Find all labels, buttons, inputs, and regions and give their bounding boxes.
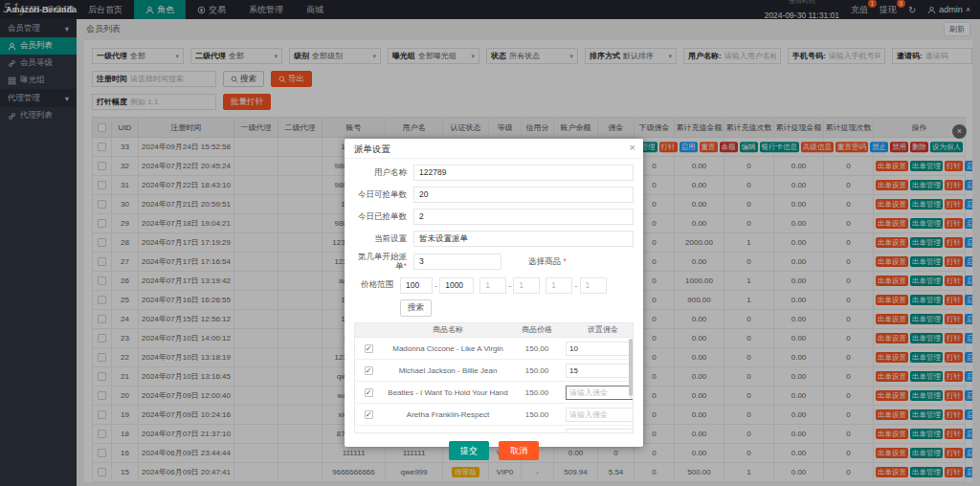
commission-value: 10 <box>569 344 578 353</box>
goods-row: ✓Michael Jackson - Billie Jean150.0015 <box>355 360 634 382</box>
today-done-input[interactable]: 2 <box>413 209 634 225</box>
goods-table-wrap: 商品名称 商品价格 设置佣金 ✓Madonna Ciccone - Like A… <box>354 322 634 433</box>
goods-name: Madonna Ciccone - Like A Virgin <box>382 338 514 360</box>
price-max3-input[interactable]: 1 <box>580 277 607 294</box>
goods-select-cell: ✓ <box>355 382 382 404</box>
goods-commission-cell: 请输入佣金▲▼ <box>560 382 634 404</box>
username-input[interactable]: 122789 <box>413 165 634 181</box>
goods-checkbox[interactable]: ✓ <box>365 410 373 419</box>
goods-price <box>514 426 560 433</box>
goods-name: Beatles - I Want To Hold Your Hand <box>382 382 514 404</box>
price-min-input[interactable]: 100 <box>400 277 433 294</box>
goods-checkbox[interactable]: ✓ <box>365 388 373 397</box>
goods-price: 150.00 <box>514 338 560 360</box>
goods-col-commission: 设置佣金 <box>560 323 634 338</box>
goods-commission-cell: 请输入佣金 <box>560 404 634 426</box>
commission-input[interactable]: 请输入佣金▲▼ <box>566 386 634 400</box>
commission-input[interactable] <box>566 429 634 433</box>
cancel-button[interactable]: 取消 <box>499 441 539 460</box>
goods-checkbox[interactable]: ✓ <box>365 366 373 375</box>
price-min3-input[interactable]: 1 <box>546 277 572 294</box>
goods-commission-cell <box>560 426 634 433</box>
price-max2-input[interactable]: 1 <box>513 277 540 294</box>
goods-select-cell: ✓ <box>355 338 382 360</box>
today-total-input[interactable]: 20 <box>413 187 634 203</box>
commission-input[interactable]: 15 <box>566 364 634 378</box>
goods-row: ✓ <box>355 426 634 433</box>
commission-input[interactable]: 10 <box>566 342 634 356</box>
goods-name <box>382 426 514 433</box>
field-price-range: 价格范围 100 - 1000 1 - 1 1 - 1 <box>354 277 634 294</box>
field-current-setting: 当前设置 暂未设置派单 <box>354 231 634 247</box>
goods-commission-cell: 10 <box>560 338 634 360</box>
modal-footer: 提交 取消 <box>345 441 643 460</box>
field-today-total: 今日可抢单数 20 <box>354 187 634 203</box>
goods-row: ✓Madonna Ciccone - Like A Virgin150.0010 <box>355 338 634 360</box>
goods-checkbox[interactable]: ✓ <box>365 432 373 433</box>
dispatch-settings-modal: 派单设置 × 用户名称 122789 今日可抢单数 20 今日已抢单数 2 当前… <box>345 139 643 447</box>
modal-title: 派单设置 <box>345 139 643 159</box>
field-username: 用户名称 122789 <box>354 165 634 181</box>
goods-col-name: 商品名称 <box>382 323 514 338</box>
field-start-order: 第几单开始派单* 3 选择商品 * <box>354 253 634 272</box>
goods-select-cell: ✓ <box>355 360 382 382</box>
commission-input[interactable]: 请输入佣金 <box>566 408 634 422</box>
field-today-done: 今日已抢单数 2 <box>354 209 634 225</box>
commission-placeholder: 请输入佣金 <box>569 387 608 398</box>
goods-name: Aretha Franklin-Respect <box>382 404 514 426</box>
modal-search-row: 搜索 <box>354 299 634 317</box>
goods-table: 商品名称 商品价格 设置佣金 ✓Madonna Ciccone - Like A… <box>355 323 634 433</box>
goods-checkbox[interactable]: ✓ <box>365 344 373 353</box>
goods-price: 150.00 <box>514 382 560 404</box>
goods-row: ✓Aretha Franklin-Respect150.00请输入佣金 <box>355 404 634 426</box>
price-max-input[interactable]: 1000 <box>439 277 474 294</box>
submit-button[interactable]: 提交 <box>449 441 489 460</box>
goods-commission-cell: 15 <box>560 360 634 382</box>
goods-price: 150.00 <box>514 360 560 382</box>
goods-table-scrollbar[interactable] <box>629 339 633 396</box>
commission-placeholder: 请输入佣金 <box>569 409 608 420</box>
start-order-input[interactable]: 3 <box>413 254 501 270</box>
goods-name: Michael Jackson - Billie Jean <box>382 360 514 382</box>
goods-col-price: 商品价格 <box>514 323 560 338</box>
current-setting-input[interactable]: 暂未设置派单 <box>413 231 634 247</box>
goods-row: ✓Beatles - I Want To Hold Your Hand150.0… <box>355 382 634 404</box>
price-min2-input[interactable]: 1 <box>479 277 506 294</box>
goods-price: 150.00 <box>514 404 560 426</box>
commission-value: 15 <box>569 366 578 375</box>
choose-goods-label: 选择商品 * <box>528 256 567 268</box>
modal-search-button[interactable]: 搜索 <box>400 299 432 317</box>
goods-select-cell: ✓ <box>355 426 382 433</box>
close-icon[interactable]: × <box>630 142 635 153</box>
goods-select-cell: ✓ <box>355 404 382 426</box>
